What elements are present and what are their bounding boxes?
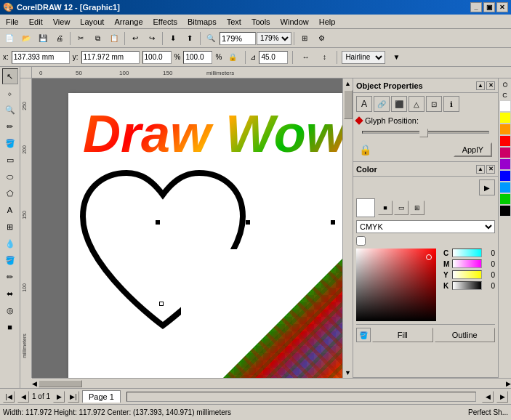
lock-ratio-btn[interactable]: 🔒 (225, 49, 241, 65)
interactive-fill-btn[interactable]: ■ (2, 319, 18, 335)
swatch-white[interactable] (499, 100, 511, 112)
text-tool-btn[interactable]: A (2, 202, 18, 218)
swatch-type-btn[interactable]: ⊞ (410, 201, 425, 215)
paste-btn[interactable]: 📋 (106, 31, 122, 47)
obj-props-close[interactable]: ✕ (486, 81, 495, 90)
page-prev-btn[interactable]: ◀ (17, 391, 29, 403)
m-bar[interactable] (452, 259, 482, 268)
menu-window[interactable]: Window (276, 16, 313, 28)
swatch-yellow[interactable] (499, 112, 511, 124)
menu-edit[interactable]: Edit (25, 16, 47, 28)
print-btn[interactable]: 🖨 (52, 31, 68, 47)
zoom-dropdown[interactable]: 179% (257, 32, 291, 45)
page-bar-right[interactable]: ▶ (496, 391, 508, 403)
snap-btn[interactable]: ⊞ (297, 31, 313, 47)
outline-tool-btn[interactable]: ✏ (2, 269, 18, 285)
line-style-select[interactable]: Hairline (342, 51, 385, 64)
menu-layout[interactable]: Layout (76, 16, 108, 28)
menu-text[interactable]: Text (222, 16, 246, 28)
swatch-pink[interactable] (499, 147, 511, 158)
scroll-thumb-h[interactable] (39, 380, 82, 387)
contour-tool-btn[interactable]: ◎ (2, 302, 18, 318)
outline-button[interactable]: Outline (435, 328, 496, 342)
redo-btn[interactable]: ↪ (144, 31, 160, 47)
color-model-select[interactable]: CMYK (356, 220, 495, 233)
y-input[interactable] (81, 51, 140, 64)
line-style-btn[interactable]: ▼ (388, 49, 404, 65)
zoom-value[interactable]: 179% (220, 32, 256, 45)
menu-arrange[interactable]: Arrange (110, 16, 147, 28)
obj-icon-wrap[interactable]: ⬛ (391, 96, 407, 112)
swatch-orange[interactable] (499, 124, 511, 135)
scroll-left-btn[interactable]: ◀ (32, 380, 37, 387)
obj-props-minimize[interactable]: ▲ (476, 81, 485, 90)
zoom-tool-btn[interactable]: 🔍 (2, 102, 18, 118)
menu-tools[interactable]: Tools (247, 16, 275, 28)
color-minimize[interactable]: ▲ (476, 165, 485, 174)
apply-button[interactable]: ApplY (454, 142, 492, 157)
polygon-tool-btn[interactable]: ⬠ (2, 185, 18, 201)
eyedrop-tool-btn[interactable]: 💧 (2, 235, 18, 251)
fill-button[interactable]: Fill (372, 328, 433, 342)
swatch-blue[interactable] (499, 170, 511, 182)
scroll-right-btn[interactable]: ▶ (506, 380, 511, 387)
obj-icon-link[interactable]: 🔗 (374, 96, 390, 112)
menu-effects[interactable]: Effects (149, 16, 182, 28)
fill-tool-btn[interactable]: 🪣 (2, 252, 18, 268)
menu-help[interactable]: Help (315, 16, 340, 28)
scrollbar-vertical[interactable]: ▲ ▼ (342, 78, 353, 378)
y-bar[interactable] (452, 270, 482, 279)
swatch-red[interactable] (499, 135, 511, 147)
k-bar[interactable] (452, 281, 482, 290)
swatch-green[interactable] (499, 193, 511, 205)
minimize-btn[interactable]: _ (470, 2, 482, 12)
options-btn[interactable]: ⚙ (313, 31, 329, 47)
zoom-btn1[interactable]: 🔍 (203, 31, 219, 47)
open-btn[interactable]: 📂 (18, 31, 34, 47)
restore-btn[interactable]: ▣ (483, 2, 495, 12)
freehand-tool-btn[interactable]: ✏ (2, 118, 18, 134)
far-right-btn2[interactable]: C (500, 90, 510, 100)
page-last-btn[interactable]: ▶| (68, 391, 79, 403)
canvas-content[interactable]: Draw Wow × (32, 78, 342, 378)
color-close[interactable]: ✕ (486, 165, 495, 174)
angle-input[interactable] (259, 51, 288, 64)
obj-icon-extra[interactable]: ⊡ (426, 96, 442, 112)
menu-bitmaps[interactable]: Bitmaps (183, 16, 221, 28)
node-tool-btn[interactable]: ⬦ (2, 85, 18, 101)
color-dropper-btn[interactable]: ▶ (479, 179, 495, 195)
close-btn[interactable]: ✕ (496, 2, 508, 12)
scroll-down-btn[interactable]: ▼ (343, 368, 353, 378)
menu-file[interactable]: File (1, 16, 23, 28)
swatch-purple[interactable] (499, 158, 511, 170)
glyph-slider-track[interactable] (362, 131, 489, 134)
scrollbar-horizontal[interactable]: ◀ ▶ (32, 378, 511, 388)
page-scrollbar[interactable] (126, 392, 476, 402)
select-tool-btn[interactable]: ↖ (2, 68, 18, 84)
ellipse-tool-btn[interactable]: ⬭ (2, 169, 18, 185)
table-tool-btn[interactable]: ⊞ (2, 219, 18, 235)
cut-btn[interactable]: ✂ (73, 31, 89, 47)
swatch-black[interactable] (499, 205, 511, 217)
save-btn[interactable]: 💾 (35, 31, 51, 47)
obj-icon-char[interactable]: A (356, 96, 372, 112)
c-bar[interactable] (452, 249, 482, 257)
hex-checkbox[interactable] (356, 236, 366, 246)
page-next-btn[interactable]: ▶ (53, 391, 65, 403)
x-input[interactable] (12, 51, 70, 64)
import-btn[interactable]: ⬇ (165, 31, 181, 47)
swatch-lightblue[interactable] (499, 182, 511, 193)
outline-type-btn[interactable]: ▭ (394, 201, 409, 215)
rect-tool-btn[interactable]: ▭ (2, 152, 18, 168)
w-input[interactable] (142, 51, 172, 64)
obj-icon-info[interactable]: ℹ (443, 96, 459, 112)
smart-fill-btn[interactable]: 🪣 (2, 135, 18, 151)
page-first-btn[interactable]: |◀ (3, 391, 15, 403)
new-btn[interactable]: 📄 (1, 31, 17, 47)
color-gradient-picker[interactable] (356, 249, 436, 321)
undo-btn[interactable]: ↩ (127, 31, 143, 47)
page-bar-left[interactable]: ◀ (482, 391, 494, 403)
far-right-btn1[interactable]: O (500, 80, 510, 90)
h-input[interactable] (183, 51, 212, 64)
page-tab[interactable]: Page 1 (82, 390, 121, 403)
